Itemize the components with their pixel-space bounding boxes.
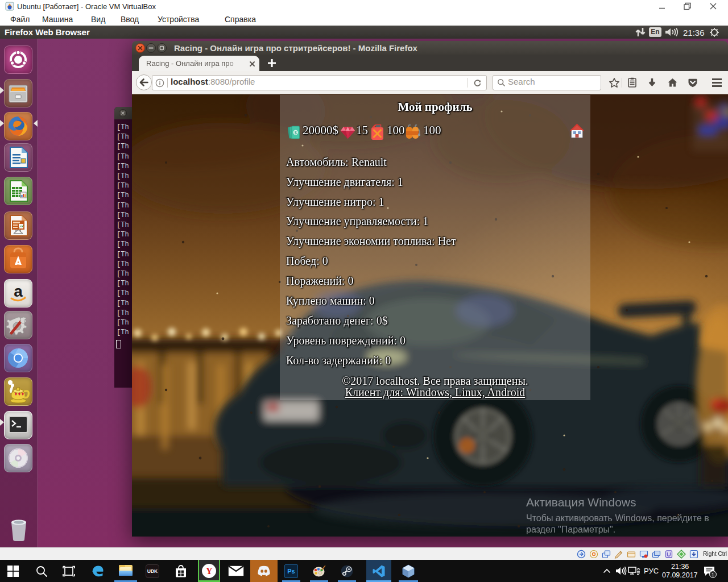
svg-text:a: a bbox=[14, 282, 23, 300]
svg-text:$: $ bbox=[294, 130, 297, 135]
